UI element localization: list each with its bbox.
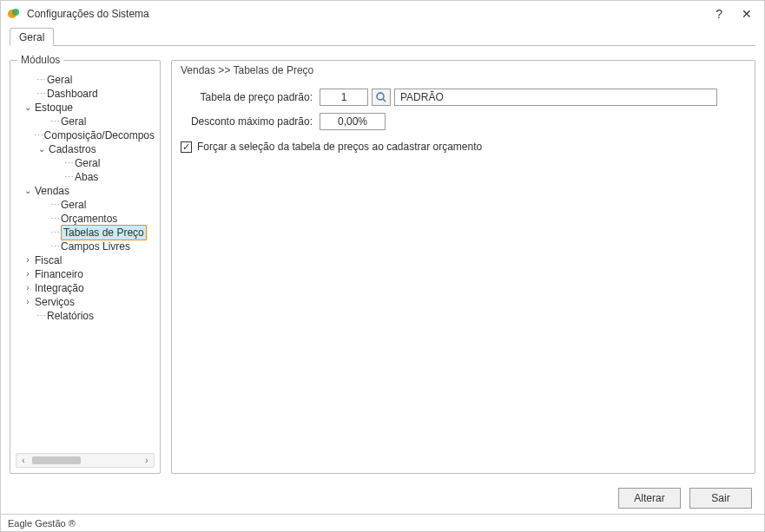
tree-item-fiscal[interactable]: › Fiscal	[16, 253, 155, 267]
tree-item-vendas-campos[interactable]: ⋯ Campos Livres	[16, 240, 155, 253]
titlebar: Configurações do Sistema ? ✕	[1, 1, 764, 27]
chevron-right-icon[interactable]: ›	[23, 281, 33, 295]
tree-label: Composição/Decompos	[44, 128, 155, 142]
close-button[interactable]: ✕	[742, 7, 752, 21]
scroll-thumb[interactable]	[32, 456, 81, 464]
tree-label: Geral	[47, 73, 72, 87]
title-controls: ? ✕	[716, 7, 757, 21]
chevron-right-icon[interactable]: ›	[23, 267, 33, 281]
footer: Alterar Sair	[1, 483, 764, 514]
modules-legend: Módulos	[17, 54, 63, 66]
tree-item-geral[interactable]: ⋯ Geral	[16, 73, 155, 87]
tree-item-cadastros-abas[interactable]: ⋯ Abas	[16, 170, 155, 184]
chevron-right-icon[interactable]: ›	[23, 295, 33, 309]
svg-line-3	[383, 99, 386, 102]
help-button[interactable]: ?	[716, 7, 722, 21]
row-desconto: Desconto máximo padrão: 0,00%	[181, 113, 746, 130]
tabela-label: Tabela de preço padrão:	[181, 91, 320, 103]
desconto-input[interactable]: 0,00%	[320, 113, 386, 130]
tree-label: Fiscal	[35, 253, 62, 267]
tree-label: Vendas	[35, 184, 69, 198]
tree-label: Financeiro	[35, 267, 83, 281]
window: Configurações do Sistema ? ✕ Geral Módul…	[0, 0, 765, 532]
tree-label: Serviços	[35, 295, 75, 309]
tree-item-vendas-geral[interactable]: ⋯ Geral	[16, 198, 155, 212]
tree-item-vendas-orcamentos[interactable]: ⋯ Orçamentos	[16, 212, 155, 226]
search-icon	[375, 91, 387, 103]
tree-item-cadastros-geral[interactable]: ⋯ Geral	[16, 156, 155, 170]
tree-label: Geral	[61, 198, 86, 212]
window-title: Configurações do Sistema	[27, 8, 716, 20]
forcar-label: Forçar a seleção da tabela de preços ao …	[197, 141, 482, 153]
tree-hscrollbar[interactable]: ‹ ›	[16, 453, 155, 468]
tree-label: Dashboard	[47, 87, 98, 101]
chevron-down-icon[interactable]: ⌄	[23, 184, 33, 198]
desconto-label: Desconto máximo padrão:	[181, 115, 320, 128]
tree-label: Estoque	[35, 101, 73, 115]
tree-item-dashboard[interactable]: ⋯ Dashboard	[16, 87, 155, 101]
tree-label: Campos Livres	[61, 240, 130, 253]
tree-label: Abas	[75, 170, 98, 184]
tree-item-vendas[interactable]: ⌄ Vendas	[16, 184, 155, 198]
chevron-down-icon[interactable]: ⌄	[23, 101, 33, 115]
tree-label-selected: Tabelas de Preço	[61, 225, 147, 240]
tree-item-servicos[interactable]: › Serviços	[16, 295, 155, 309]
tree-item-estoque-geral[interactable]: ⋯ Geral	[16, 115, 155, 128]
tree-item-estoque[interactable]: ⌄ Estoque	[16, 101, 155, 115]
modules-panel: Módulos ⋯ Geral ⋯ Dashboard ⌄ Estoque ⋯ …	[10, 60, 161, 474]
tree-item-cadastros[interactable]: ⌄ Cadastros	[16, 142, 155, 156]
svg-point-1	[12, 9, 19, 16]
modules-tree: ⋯ Geral ⋯ Dashboard ⌄ Estoque ⋯ Geral ⋯	[16, 69, 155, 450]
scroll-right-icon[interactable]: ›	[140, 456, 154, 465]
tree-item-financeiro[interactable]: › Financeiro	[16, 267, 155, 281]
tree-item-integracao[interactable]: › Integração	[16, 281, 155, 295]
main-panel: Vendas >> Tabelas de Preço Tabela de pre…	[171, 60, 755, 474]
tree-label: Orçamentos	[61, 212, 117, 226]
row-forcar: ✓ Forçar a seleção da tabela de preços a…	[181, 141, 746, 153]
chevron-right-icon[interactable]: ›	[23, 253, 33, 267]
content: Módulos ⋯ Geral ⋯ Dashboard ⌄ Estoque ⋯ …	[1, 46, 764, 483]
alterar-button[interactable]: Alterar	[618, 488, 681, 509]
tree-label: Geral	[61, 115, 86, 128]
statusbar: Eagle Gestão ®	[1, 514, 764, 531]
tabela-id-input[interactable]: 1	[320, 89, 368, 106]
tree-item-relatorios[interactable]: ⋯ Relatórios	[16, 309, 155, 323]
tree-item-vendas-tabelas[interactable]: ⋯ Tabelas de Preço	[16, 226, 155, 240]
sair-button[interactable]: Sair	[689, 488, 752, 509]
tree-label: Integração	[35, 281, 84, 295]
breadcrumb: Vendas >> Tabelas de Preço	[181, 64, 746, 76]
tab-strip: Geral	[1, 27, 764, 46]
tab-geral[interactable]: Geral	[10, 28, 54, 46]
app-icon	[6, 6, 22, 22]
forcar-checkbox[interactable]: ✓	[181, 141, 192, 153]
tabela-nome-input[interactable]: PADRÃO	[394, 89, 717, 106]
svg-point-2	[377, 93, 384, 100]
tree-label: Relatórios	[47, 309, 94, 323]
status-text: Eagle Gestão ®	[8, 518, 76, 529]
tree-item-estoque-composicao[interactable]: ⋯ Composição/Decompos	[16, 128, 155, 142]
tree-label: Cadastros	[49, 142, 96, 156]
lookup-button[interactable]	[372, 89, 391, 106]
chevron-down-icon[interactable]: ⌄	[36, 142, 47, 156]
scroll-left-icon[interactable]: ‹	[16, 456, 30, 465]
tree-label: Geral	[75, 156, 100, 170]
row-tabela-padrao: Tabela de preço padrão: 1 PADRÃO	[181, 89, 746, 106]
